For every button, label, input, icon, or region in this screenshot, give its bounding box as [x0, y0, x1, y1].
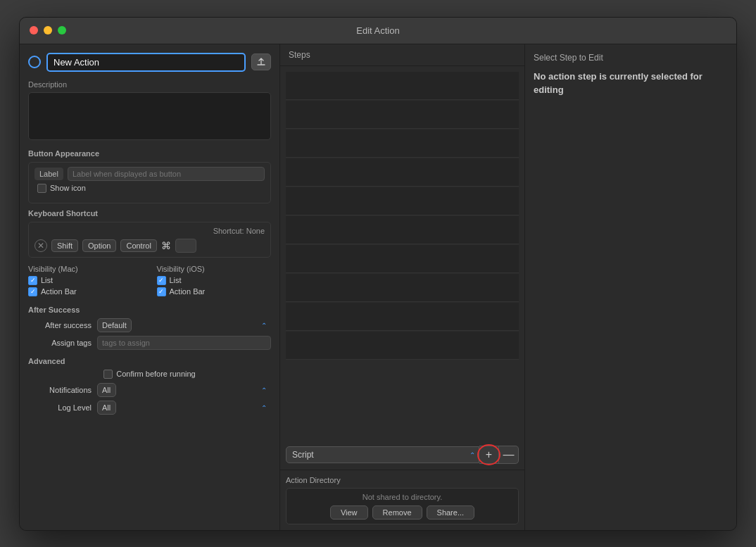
step-line-8	[286, 274, 519, 302]
after-success-dropdown-arrow: ⌃	[261, 321, 267, 329]
show-icon-label: Show icon	[50, 184, 86, 192]
visibility-mac-group: Visibility (Mac) ✓ List ✓ Action Bar	[28, 265, 143, 298]
titlebar: Edit Action	[20, 18, 736, 44]
confirm-label: Confirm before running	[116, 370, 196, 378]
right-panel-header: Select Step to Edit	[534, 53, 728, 63]
steps-header: Steps	[280, 44, 524, 66]
action-name-input[interactable]	[46, 53, 246, 72]
after-success-label: After Success	[28, 306, 271, 314]
main-window: Edit Action Description Button Appearanc…	[19, 17, 737, 531]
ios-action-bar-checkbox[interactable]: ✓	[157, 287, 166, 296]
after-success-row: After success Default ⌃	[28, 318, 271, 332]
shortcut-header: Shortcut: None	[34, 227, 265, 235]
button-appearance-row: Label	[34, 167, 265, 181]
steps-content	[280, 66, 524, 440]
ios-action-bar-item: ✓ Action Bar	[157, 287, 272, 296]
left-panel: Description Button Appearance Label Show…	[20, 44, 280, 530]
assign-tags-label: Assign tags	[28, 339, 92, 347]
script-select-wrapper: Script ⌃	[286, 446, 479, 463]
shortcut-keys: ✕ Shift Option Control ⌘	[34, 239, 265, 253]
minimize-button[interactable]	[44, 26, 52, 34]
step-line-6	[286, 216, 519, 244]
show-icon-row: Show icon	[34, 184, 265, 193]
after-success-select[interactable]: Default	[97, 318, 132, 332]
action-directory-label: Action Directory	[286, 476, 519, 484]
keyboard-shortcut-label: Keyboard Shortcut	[28, 209, 271, 218]
description-input[interactable]	[28, 92, 271, 140]
key-empty-slot[interactable]	[175, 239, 196, 253]
action-circle-icon	[28, 56, 41, 68]
label-tag: Label	[34, 168, 63, 180]
shortcut-x-icon[interactable]: ✕	[34, 239, 47, 252]
ios-action-bar-label: Action Bar	[170, 287, 206, 296]
mac-list-checkbox[interactable]: ✓	[28, 276, 37, 285]
step-line-10	[286, 332, 519, 360]
share-icon	[256, 57, 266, 67]
loglevel-dropdown-arrow: ⌃	[261, 403, 267, 411]
step-line-7	[286, 245, 519, 273]
remove-button[interactable]: Remove	[372, 505, 422, 520]
remove-step-button[interactable]: —	[499, 446, 519, 464]
steps-label: Steps	[289, 50, 310, 60]
description-label: Description	[28, 80, 271, 89]
advanced-section: Confirm before running Notifications All…	[28, 370, 271, 415]
control-key-button[interactable]: Control	[120, 239, 156, 252]
share-directory-button[interactable]: Share...	[427, 505, 475, 520]
button-appearance-label: Button Appearance	[28, 149, 271, 158]
notifications-dropdown-wrapper: All ⌃	[97, 383, 271, 397]
ios-list-checkbox[interactable]: ✓	[157, 276, 166, 285]
share-button[interactable]	[251, 54, 271, 70]
directory-box: Not shared to directory. View Remove Sha…	[286, 488, 519, 524]
show-icon-checkbox[interactable]	[37, 184, 46, 193]
visibility-mac-label: Visibility (Mac)	[28, 265, 143, 273]
main-content: Description Button Appearance Label Show…	[20, 44, 736, 530]
script-select[interactable]: Script	[286, 446, 479, 463]
view-button[interactable]: View	[330, 505, 368, 520]
action-header	[28, 53, 271, 72]
close-button[interactable]	[30, 26, 38, 34]
add-step-button[interactable]: +	[479, 446, 499, 464]
maximize-button[interactable]	[58, 26, 66, 34]
step-line-3	[286, 130, 519, 158]
loglevel-label: Log Level	[28, 403, 92, 412]
notifications-dropdown-arrow: ⌃	[261, 386, 267, 394]
visibility-row: Visibility (Mac) ✓ List ✓ Action Bar Vis…	[28, 265, 271, 298]
action-directory: Action Directory Not shared to directory…	[280, 470, 524, 530]
remove-step-icon: —	[503, 448, 515, 461]
loglevel-select[interactable]: All	[97, 401, 116, 415]
visibility-ios-label: Visibility (iOS)	[157, 265, 272, 273]
not-shared-text: Not shared to directory.	[291, 493, 514, 501]
step-line-9	[286, 303, 519, 331]
script-row: Script ⌃ + —	[280, 440, 524, 470]
button-label-input[interactable]	[68, 167, 265, 181]
assign-tags-row: Assign tags	[28, 336, 271, 350]
option-key-button[interactable]: Option	[82, 239, 116, 252]
after-success-row-label: After success	[28, 321, 92, 329]
add-step-icon: +	[486, 448, 492, 461]
ios-list-item: ✓ List	[157, 276, 272, 285]
after-success-section: After success Default ⌃ Assign tags	[28, 318, 271, 350]
middle-panel: Steps	[280, 44, 525, 530]
loglevel-dropdown-wrapper: All ⌃	[97, 401, 271, 415]
confirm-checkbox[interactable]	[103, 370, 113, 379]
advanced-label: Advanced	[28, 357, 271, 365]
notifications-label: Notifications	[28, 386, 92, 394]
ios-list-label: List	[170, 276, 182, 284]
after-success-dropdown-wrapper: Default ⌃	[97, 318, 271, 332]
notifications-select[interactable]: All	[97, 383, 116, 397]
mac-list-label: List	[41, 276, 53, 284]
loglevel-row: Log Level All ⌃	[28, 401, 271, 415]
shift-key-button[interactable]: Shift	[51, 239, 78, 252]
steps-lines	[286, 72, 519, 360]
traffic-lights	[30, 26, 66, 34]
shortcut-section: Shortcut: None ✕ Shift Option Control ⌘	[28, 222, 271, 258]
right-panel: Select Step to Edit No action step is cu…	[525, 44, 736, 530]
mac-action-bar-checkbox[interactable]: ✓	[28, 287, 37, 296]
notifications-row: Notifications All ⌃	[28, 383, 271, 397]
assign-tags-input[interactable]	[97, 336, 271, 350]
mac-action-bar-item: ✓ Action Bar	[28, 287, 143, 296]
visibility-ios-group: Visibility (iOS) ✓ List ✓ Action Bar	[157, 265, 272, 298]
step-line-2	[286, 101, 519, 129]
mac-action-bar-label: Action Bar	[41, 287, 77, 296]
step-line-1	[286, 72, 519, 100]
